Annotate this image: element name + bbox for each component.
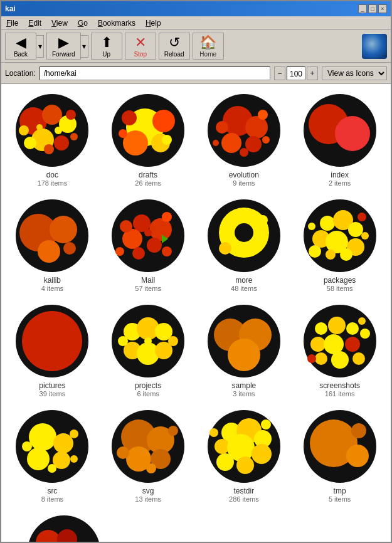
folder-packages-name: packages: [324, 276, 356, 285]
forward-group: ▶ Forward ▾: [46, 33, 88, 60]
forward-dropdown[interactable]: ▾: [81, 35, 88, 58]
content-area[interactable]: doc 178 items drafts 26 items: [1, 84, 391, 542]
svg-point-59: [348, 222, 363, 237]
folder-src-name: src: [47, 487, 57, 495]
svg-point-112: [117, 446, 129, 459]
forward-button[interactable]: ▶ Forward: [46, 33, 81, 60]
folder-src-icon: [14, 409, 90, 484]
folder-index-count: 2 items: [329, 179, 351, 187]
back-button[interactable]: ◀ Back: [5, 33, 36, 60]
menu-file[interactable]: File: [1, 18, 23, 28]
location-bar: Location: − 100 + View as Icons: [1, 63, 391, 84]
folder-drafts-name: drafts: [139, 171, 157, 179]
folder-svg-name: svg: [142, 487, 154, 495]
svg-point-91: [345, 337, 360, 352]
svg-point-88: [346, 322, 359, 335]
folder-drafts[interactable]: drafts 26 items: [103, 90, 193, 189]
folder-pictures-icon: [14, 303, 90, 379]
svg-point-63: [309, 245, 321, 258]
menu-go[interactable]: Go: [73, 18, 93, 28]
svg-point-7: [44, 144, 54, 154]
home-label: Home: [199, 51, 216, 58]
svg-point-87: [328, 317, 346, 334]
globe-icon: [228, 539, 278, 542]
folder-sample[interactable]: sample 3 items: [199, 301, 289, 400]
folder-testdir[interactable]: testdir 286 items: [199, 406, 289, 505]
folder-tmp-name: tmp: [334, 487, 346, 495]
folder-kailib[interactable]: kailib 4 items: [8, 196, 97, 295]
bottom-items-row: [8, 505, 384, 542]
folder-kailib-count: 4 items: [41, 285, 63, 292]
reload-icon: ↺: [169, 34, 180, 51]
folder-evolution[interactable]: evolution 9 items: [199, 90, 289, 189]
bottom-item-box[interactable]: [137, 537, 192, 542]
folder-more[interactable]: more 48 items: [199, 196, 289, 295]
folder-doc-count: 178 items: [38, 179, 68, 187]
view-select[interactable]: View as Icons: [322, 66, 387, 80]
folder-drafts-icon: [110, 93, 186, 168]
bottom-item-globe[interactable]: [225, 537, 280, 542]
svg-point-53: [235, 223, 253, 242]
stop-label: Stop: [134, 51, 147, 58]
folder-src[interactable]: src 8 items: [8, 406, 97, 505]
stop-button[interactable]: ✕ Stop: [125, 33, 156, 60]
bottom-item-document[interactable]: [313, 537, 368, 542]
svg-point-5: [54, 135, 69, 150]
menu-bookmarks[interactable]: Bookmarks: [93, 18, 140, 28]
folder-screenshots[interactable]: screenshots 161 items: [295, 301, 384, 400]
folder-tmp[interactable]: tmp 5 items: [295, 406, 384, 505]
up-icon: ⬆: [101, 34, 112, 51]
folder-testdir-count: 286 items: [229, 495, 259, 503]
menu-edit[interactable]: Edit: [23, 18, 46, 28]
svg-point-113: [146, 463, 156, 473]
folder-projects-name: projects: [135, 381, 161, 390]
stop-icon: ✕: [135, 34, 146, 51]
svg-point-66: [358, 213, 366, 221]
close-button[interactable]: ×: [378, 4, 387, 13]
svg-point-49: [144, 229, 152, 236]
svg-point-38: [63, 242, 76, 255]
zoom-out-button[interactable]: −: [274, 66, 285, 80]
up-button[interactable]: ⬆ Up: [91, 33, 122, 60]
svg-point-9: [19, 125, 29, 135]
back-dropdown[interactable]: ▾: [36, 35, 44, 58]
svg-point-129: [351, 423, 366, 438]
svg-point-105: [48, 464, 56, 473]
svg-point-93: [331, 351, 349, 369]
svg-point-64: [326, 250, 336, 260]
menu-help[interactable]: Help: [140, 18, 166, 28]
folder-pictures[interactable]: pictures 39 items: [8, 301, 97, 400]
reload-label: Reload: [164, 51, 184, 58]
svg-point-89: [310, 337, 326, 352]
folder-packages-count: 58 items: [327, 285, 353, 292]
folder-sample-icon: [206, 303, 282, 379]
svg-point-125: [209, 428, 218, 437]
folder-index[interactable]: index 2 items: [295, 90, 384, 189]
svg-point-37: [38, 240, 60, 263]
folder-doc[interactable]: doc 178 items: [8, 90, 97, 189]
folder-mail-name: Mail: [141, 276, 155, 285]
svg-point-47: [162, 246, 172, 256]
folder-evolution-name: evolution: [229, 171, 259, 179]
folder-projects[interactable]: projects 6 items: [103, 301, 193, 400]
home-button[interactable]: 🏠 Home: [193, 33, 224, 60]
reload-button[interactable]: ↺ Reload: [159, 33, 190, 60]
svg-point-6: [24, 137, 36, 149]
menu-view[interactable]: View: [46, 18, 73, 28]
folder-projects-count: 6 items: [137, 390, 159, 398]
maximize-button[interactable]: □: [368, 4, 377, 13]
folder-mail[interactable]: Mail 57 items: [103, 196, 193, 295]
bottom-item-1[interactable]: [24, 512, 104, 542]
folder-packages[interactable]: packages 58 items: [295, 196, 384, 295]
svg-point-29: [262, 136, 270, 144]
svg-point-45: [162, 212, 172, 222]
location-input[interactable]: [40, 66, 270, 80]
svg-point-114: [168, 426, 178, 436]
svg-point-103: [22, 441, 32, 451]
zoom-in-button[interactable]: +: [307, 66, 318, 80]
svg-point-92: [315, 352, 327, 365]
folder-more-icon: [206, 198, 282, 273]
minimize-button[interactable]: _: [358, 4, 367, 13]
svg-point-79: [168, 336, 178, 346]
folder-svg[interactable]: svg 13 items: [103, 406, 193, 505]
